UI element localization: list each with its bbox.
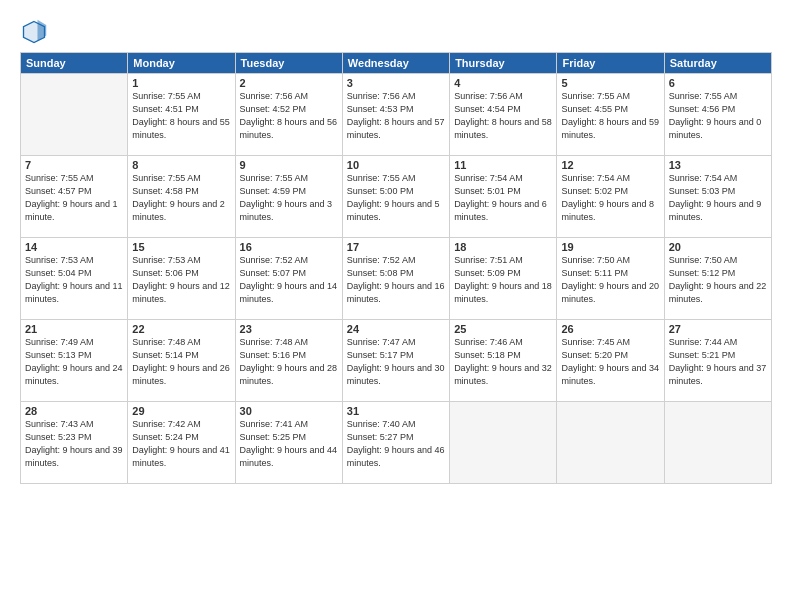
calendar-cell: 22Sunrise: 7:48 AMSunset: 5:14 PMDayligh… <box>128 320 235 402</box>
day-number: 3 <box>347 77 445 89</box>
cell-info: Sunrise: 7:53 AMSunset: 5:06 PMDaylight:… <box>132 254 230 306</box>
day-number: 10 <box>347 159 445 171</box>
calendar-cell: 23Sunrise: 7:48 AMSunset: 5:16 PMDayligh… <box>235 320 342 402</box>
calendar-cell: 14Sunrise: 7:53 AMSunset: 5:04 PMDayligh… <box>21 238 128 320</box>
calendar-cell: 25Sunrise: 7:46 AMSunset: 5:18 PMDayligh… <box>450 320 557 402</box>
calendar-cell: 4Sunrise: 7:56 AMSunset: 4:54 PMDaylight… <box>450 74 557 156</box>
cell-info: Sunrise: 7:56 AMSunset: 4:53 PMDaylight:… <box>347 90 445 142</box>
calendar-cell: 6Sunrise: 7:55 AMSunset: 4:56 PMDaylight… <box>664 74 771 156</box>
cell-info: Sunrise: 7:55 AMSunset: 4:58 PMDaylight:… <box>132 172 230 224</box>
day-number: 17 <box>347 241 445 253</box>
cell-info: Sunrise: 7:43 AMSunset: 5:23 PMDaylight:… <box>25 418 123 470</box>
col-header-monday: Monday <box>128 53 235 74</box>
cell-info: Sunrise: 7:55 AMSunset: 4:56 PMDaylight:… <box>669 90 767 142</box>
calendar-cell: 9Sunrise: 7:55 AMSunset: 4:59 PMDaylight… <box>235 156 342 238</box>
cell-info: Sunrise: 7:55 AMSunset: 5:00 PMDaylight:… <box>347 172 445 224</box>
cell-info: Sunrise: 7:55 AMSunset: 4:55 PMDaylight:… <box>561 90 659 142</box>
calendar-cell: 11Sunrise: 7:54 AMSunset: 5:01 PMDayligh… <box>450 156 557 238</box>
day-number: 13 <box>669 159 767 171</box>
cell-info: Sunrise: 7:44 AMSunset: 5:21 PMDaylight:… <box>669 336 767 388</box>
day-number: 30 <box>240 405 338 417</box>
day-number: 27 <box>669 323 767 335</box>
day-number: 25 <box>454 323 552 335</box>
calendar-cell: 15Sunrise: 7:53 AMSunset: 5:06 PMDayligh… <box>128 238 235 320</box>
calendar-cell: 2Sunrise: 7:56 AMSunset: 4:52 PMDaylight… <box>235 74 342 156</box>
col-header-tuesday: Tuesday <box>235 53 342 74</box>
day-number: 28 <box>25 405 123 417</box>
day-number: 24 <box>347 323 445 335</box>
day-number: 15 <box>132 241 230 253</box>
col-header-thursday: Thursday <box>450 53 557 74</box>
calendar-cell <box>664 402 771 484</box>
day-number: 18 <box>454 241 552 253</box>
calendar-cell: 12Sunrise: 7:54 AMSunset: 5:02 PMDayligh… <box>557 156 664 238</box>
col-header-wednesday: Wednesday <box>342 53 449 74</box>
calendar-cell: 1Sunrise: 7:55 AMSunset: 4:51 PMDaylight… <box>128 74 235 156</box>
cell-info: Sunrise: 7:45 AMSunset: 5:20 PMDaylight:… <box>561 336 659 388</box>
cell-info: Sunrise: 7:48 AMSunset: 5:14 PMDaylight:… <box>132 336 230 388</box>
cell-info: Sunrise: 7:49 AMSunset: 5:13 PMDaylight:… <box>25 336 123 388</box>
calendar-cell: 26Sunrise: 7:45 AMSunset: 5:20 PMDayligh… <box>557 320 664 402</box>
calendar-cell: 20Sunrise: 7:50 AMSunset: 5:12 PMDayligh… <box>664 238 771 320</box>
cell-info: Sunrise: 7:50 AMSunset: 5:11 PMDaylight:… <box>561 254 659 306</box>
calendar-cell: 24Sunrise: 7:47 AMSunset: 5:17 PMDayligh… <box>342 320 449 402</box>
calendar-cell: 8Sunrise: 7:55 AMSunset: 4:58 PMDaylight… <box>128 156 235 238</box>
calendar-cell: 16Sunrise: 7:52 AMSunset: 5:07 PMDayligh… <box>235 238 342 320</box>
day-number: 7 <box>25 159 123 171</box>
day-number: 4 <box>454 77 552 89</box>
day-number: 2 <box>240 77 338 89</box>
calendar-cell: 18Sunrise: 7:51 AMSunset: 5:09 PMDayligh… <box>450 238 557 320</box>
calendar-cell: 5Sunrise: 7:55 AMSunset: 4:55 PMDaylight… <box>557 74 664 156</box>
calendar-cell: 31Sunrise: 7:40 AMSunset: 5:27 PMDayligh… <box>342 402 449 484</box>
cell-info: Sunrise: 7:54 AMSunset: 5:03 PMDaylight:… <box>669 172 767 224</box>
cell-info: Sunrise: 7:46 AMSunset: 5:18 PMDaylight:… <box>454 336 552 388</box>
day-number: 26 <box>561 323 659 335</box>
calendar-cell: 19Sunrise: 7:50 AMSunset: 5:11 PMDayligh… <box>557 238 664 320</box>
cell-info: Sunrise: 7:56 AMSunset: 4:52 PMDaylight:… <box>240 90 338 142</box>
day-number: 23 <box>240 323 338 335</box>
logo-icon <box>20 18 48 46</box>
calendar-cell: 28Sunrise: 7:43 AMSunset: 5:23 PMDayligh… <box>21 402 128 484</box>
col-header-saturday: Saturday <box>664 53 771 74</box>
cell-info: Sunrise: 7:56 AMSunset: 4:54 PMDaylight:… <box>454 90 552 142</box>
cell-info: Sunrise: 7:48 AMSunset: 5:16 PMDaylight:… <box>240 336 338 388</box>
day-number: 19 <box>561 241 659 253</box>
day-number: 31 <box>347 405 445 417</box>
day-number: 5 <box>561 77 659 89</box>
cell-info: Sunrise: 7:52 AMSunset: 5:08 PMDaylight:… <box>347 254 445 306</box>
day-number: 20 <box>669 241 767 253</box>
calendar-cell: 27Sunrise: 7:44 AMSunset: 5:21 PMDayligh… <box>664 320 771 402</box>
page-header <box>20 18 772 46</box>
cell-info: Sunrise: 7:54 AMSunset: 5:02 PMDaylight:… <box>561 172 659 224</box>
col-header-friday: Friday <box>557 53 664 74</box>
calendar-cell <box>557 402 664 484</box>
logo <box>20 18 52 46</box>
day-number: 11 <box>454 159 552 171</box>
day-number: 14 <box>25 241 123 253</box>
cell-info: Sunrise: 7:55 AMSunset: 4:57 PMDaylight:… <box>25 172 123 224</box>
calendar-table: SundayMondayTuesdayWednesdayThursdayFrid… <box>20 52 772 484</box>
day-number: 6 <box>669 77 767 89</box>
cell-info: Sunrise: 7:41 AMSunset: 5:25 PMDaylight:… <box>240 418 338 470</box>
col-header-sunday: Sunday <box>21 53 128 74</box>
day-number: 8 <box>132 159 230 171</box>
day-number: 12 <box>561 159 659 171</box>
cell-info: Sunrise: 7:51 AMSunset: 5:09 PMDaylight:… <box>454 254 552 306</box>
day-number: 21 <box>25 323 123 335</box>
cell-info: Sunrise: 7:54 AMSunset: 5:01 PMDaylight:… <box>454 172 552 224</box>
cell-info: Sunrise: 7:50 AMSunset: 5:12 PMDaylight:… <box>669 254 767 306</box>
cell-info: Sunrise: 7:52 AMSunset: 5:07 PMDaylight:… <box>240 254 338 306</box>
day-number: 22 <box>132 323 230 335</box>
day-number: 16 <box>240 241 338 253</box>
calendar-cell: 10Sunrise: 7:55 AMSunset: 5:00 PMDayligh… <box>342 156 449 238</box>
calendar-cell: 17Sunrise: 7:52 AMSunset: 5:08 PMDayligh… <box>342 238 449 320</box>
calendar-cell: 3Sunrise: 7:56 AMSunset: 4:53 PMDaylight… <box>342 74 449 156</box>
calendar-cell: 21Sunrise: 7:49 AMSunset: 5:13 PMDayligh… <box>21 320 128 402</box>
calendar-cell <box>450 402 557 484</box>
day-number: 9 <box>240 159 338 171</box>
calendar-cell: 7Sunrise: 7:55 AMSunset: 4:57 PMDaylight… <box>21 156 128 238</box>
cell-info: Sunrise: 7:47 AMSunset: 5:17 PMDaylight:… <box>347 336 445 388</box>
cell-info: Sunrise: 7:40 AMSunset: 5:27 PMDaylight:… <box>347 418 445 470</box>
day-number: 29 <box>132 405 230 417</box>
cell-info: Sunrise: 7:55 AMSunset: 4:51 PMDaylight:… <box>132 90 230 142</box>
